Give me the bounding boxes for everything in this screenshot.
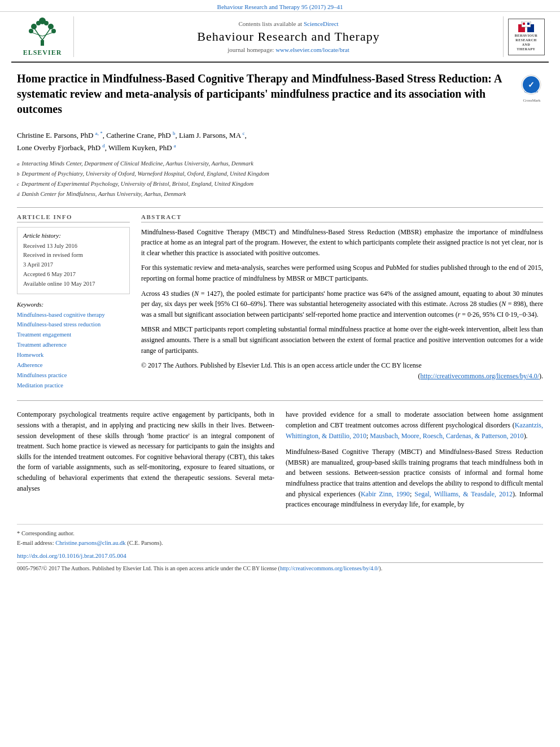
abstract-para-4: MBSR and MBCT participants report comple… <box>141 324 543 356</box>
corresponding-note: * Corresponding author. <box>17 529 543 539</box>
keyword-7[interactable]: Mindfulness practice <box>17 370 130 381</box>
article-history-box: Article history: Received 13 July 2016 R… <box>17 227 130 294</box>
ref-segal[interactable]: Segal, Williams, & Teasdale, 2012 <box>414 490 513 498</box>
accepted-date: Accepted 6 May 2017 <box>23 270 124 279</box>
article-title: Home practice in Mindfulness-Based Cogni… <box>17 71 520 117</box>
footer-bottom-bar: 0005-7967/© 2017 The Authors. Published … <box>17 562 543 571</box>
svg-line-4 <box>42 32 54 36</box>
history-title: Article history: <box>23 232 124 239</box>
svg-point-8 <box>51 29 56 33</box>
crossmark-icon[interactable]: ✓ CrossMark <box>520 74 542 95</box>
elsevier-logo-area: ELSEVIER <box>11 16 73 57</box>
corresponding-label: * Corresponding author. <box>17 530 75 536</box>
email-link[interactable]: Christine.parsons@clin.au.dk <box>55 540 125 546</box>
keywords-title: Keywords: <box>17 301 130 308</box>
svg-text:CrossMark: CrossMark <box>524 90 539 93</box>
abstract-label: ABSTRACT <box>141 213 543 222</box>
keywords-section: Keywords: Mindfulness-based cognitive th… <box>17 301 130 391</box>
svg-point-6 <box>48 24 54 29</box>
elsevier-logo: ELSEVIER <box>23 16 62 57</box>
cc-license-link[interactable]: http://creativecommons.org/licenses/by/4… <box>421 372 539 380</box>
body-left-para-1: Contemporary psychological treatments re… <box>17 409 274 493</box>
ref-mausbach[interactable]: Mausbach, Moore, Roesch, Cardenas, & Pat… <box>370 432 523 440</box>
svg-line-3 <box>31 32 42 36</box>
svg-point-5 <box>31 24 37 29</box>
keyword-1[interactable]: Mindfulness-based cognitive therapy <box>17 310 130 320</box>
email-note: E-mail address: Christine.parsons@clin.a… <box>17 539 543 548</box>
svg-point-11 <box>44 21 49 25</box>
email-suffix: (C.E. Parsons). <box>127 540 163 546</box>
body-right-col: have provided evidence for a small to mo… <box>286 409 543 515</box>
ref-kabir[interactable]: Kabir Zinn, 1990 <box>361 490 410 498</box>
article-title-section: Home practice in Mindfulness-Based Cogni… <box>17 71 543 123</box>
crossmark-label: CrossMark <box>520 98 543 103</box>
crossmark-logo: ✓ CrossMark CrossMark <box>520 74 543 103</box>
body-right-para-1: have provided evidence for a small to mo… <box>286 409 543 441</box>
abstract-col: ABSTRACT Mindfulness-Based Cognitive The… <box>141 213 543 391</box>
authors: Christine E. Parsons, PhD a, *, Catherin… <box>17 129 543 154</box>
abstract-para-3: Across 43 studies (N = 1427), the pooled… <box>141 289 543 320</box>
badge-icon <box>518 21 534 33</box>
svg-rect-16 <box>527 23 530 25</box>
body-text-section: Contemporary psychological treatments re… <box>17 409 543 515</box>
journal-header: ELSEVIER Contents lists available at Sci… <box>11 12 549 63</box>
affiliation-c: c Department of Experimental Psychology,… <box>17 179 543 189</box>
abstract-para-1: Mindfulness-Based Cognitive Therapy (MBC… <box>141 227 543 259</box>
article-info-col: ARTICLE INFO Article history: Received 1… <box>17 213 130 391</box>
journal-badge: BEHAVIOUR RESEARCH AND THERAPY <box>508 19 545 55</box>
keyword-8[interactable]: Meditation practice <box>17 381 130 391</box>
svg-point-10 <box>36 21 41 25</box>
received-date: Received 13 July 2016 <box>23 242 124 251</box>
svg-rect-0 <box>41 40 44 46</box>
main-content: Home practice in Mindfulness-Based Cogni… <box>0 63 560 583</box>
email-label: E-mail address: <box>17 540 54 546</box>
doi-link[interactable]: http://dx.doi.org/10.1016/j.brat.2017.05… <box>17 552 543 559</box>
elsevier-tree-icon <box>23 16 62 47</box>
divider-2 <box>17 400 543 401</box>
journal-citation: Behaviour Research and Therapy 95 (2017)… <box>0 0 560 12</box>
footer-section: * Corresponding author. E-mail address: … <box>17 524 543 572</box>
contents-line: Contents lists available at ScienceDirec… <box>238 20 338 27</box>
abstract-para-2: For this systematic review and meta-anal… <box>141 263 543 283</box>
body-left-col: Contemporary psychological treatments re… <box>17 409 274 515</box>
abstract-copyright: © 2017 The Authors. Published by Elsevie… <box>141 360 543 381</box>
article-info-label: ARTICLE INFO <box>17 213 130 222</box>
journal-badge-area: BEHAVIOUR RESEARCH AND THERAPY <box>504 16 549 57</box>
keyword-5[interactable]: Homework <box>17 350 130 360</box>
revised-date: 3 April 2017 <box>23 260 124 270</box>
info-abstract-section: ARTICLE INFO Article history: Received 1… <box>17 213 543 391</box>
affiliation-d: d Danish Center for Mindfulness, Aarhus … <box>17 189 543 199</box>
body-right-para-2: Mindfulness-Based Cognitive Therapy (MBC… <box>286 447 543 510</box>
keyword-2[interactable]: Mindfulness-based stress reduction <box>17 320 130 330</box>
journal-homepage: journal homepage: www.elsevier.com/locat… <box>228 46 349 53</box>
svg-point-7 <box>29 29 33 33</box>
keyword-6[interactable]: Adherence <box>17 360 130 370</box>
keyword-4[interactable]: Treatment adherence <box>17 340 130 350</box>
journal-title: Behaviour Research and Therapy <box>197 29 379 44</box>
received-revised-label: Received in revised form <box>23 251 124 260</box>
footer-end-text: ). <box>379 565 382 571</box>
homepage-link[interactable]: www.elsevier.com/locate/brat <box>275 46 349 53</box>
affiliations: a Interacting Minds Center, Department o… <box>17 159 543 199</box>
journal-title-area: Contents lists available at ScienceDirec… <box>73 16 504 57</box>
footer-bottom-text: 0005-7967/© 2017 The Authors. Published … <box>17 565 280 571</box>
footer-cc-link[interactable]: http://creativecommons.org/licenses/by/4… <box>280 565 379 571</box>
sciencedirect-link[interactable]: ScienceDirect <box>304 20 339 27</box>
available-online: Available online 10 May 2017 <box>23 279 124 289</box>
divider-1 <box>17 207 543 208</box>
affiliation-a: a Interacting Minds Center, Department o… <box>17 159 543 169</box>
elsevier-name: ELSEVIER <box>23 49 62 57</box>
keyword-3[interactable]: Treatment engagement <box>17 330 130 340</box>
svg-rect-15 <box>523 23 525 25</box>
svg-text:✓: ✓ <box>528 81 535 89</box>
affiliation-b: b Department of Psychiatry, University o… <box>17 169 543 179</box>
citation-text: Behaviour Research and Therapy 95 (2017)… <box>217 3 343 10</box>
